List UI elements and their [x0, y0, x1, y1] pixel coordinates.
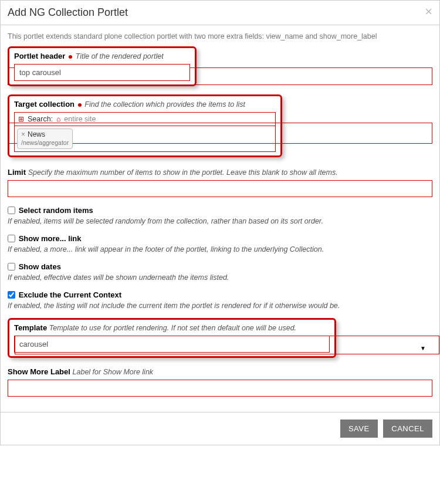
- exclude-context-help: If enabled, the listing will not include…: [8, 302, 432, 310]
- target-collection-search-row[interactable]: ⊞ Search: ⌂ entire site: [14, 112, 276, 126]
- cancel-button[interactable]: CANCEL: [383, 420, 432, 438]
- selected-collection-title: News: [28, 130, 45, 138]
- chevron-down-icon: ▼: [420, 345, 426, 351]
- search-scope: entire site: [64, 115, 96, 123]
- show-more-help: If enabled, a more... link will appear i…: [8, 245, 432, 253]
- show-more-checkbox[interactable]: [8, 235, 15, 242]
- limit-input[interactable]: [8, 180, 432, 197]
- highlight-target-collection: Target collection Find the collection wh…: [8, 94, 282, 157]
- limit-help: Specify the maximum number of items to s…: [28, 168, 338, 177]
- search-label: Search:: [28, 115, 53, 123]
- field-exclude-context: Exclude the Current Context If enabled, …: [8, 290, 432, 310]
- exclude-context-checkbox[interactable]: [8, 291, 15, 299]
- required-dot-icon: [69, 55, 72, 59]
- dialog-header: Add NG Collection Portlet ×: [1, 1, 439, 25]
- show-more-label-input[interactable]: [8, 380, 432, 397]
- portlet-header-help: Title of the rendered portlet: [76, 52, 164, 60]
- limit-label: Limit: [8, 168, 26, 177]
- target-collection-help: Find the collection which provides the i…: [84, 100, 245, 109]
- add-portlet-dialog: Add NG Collection Portlet × This portlet…: [0, 0, 440, 445]
- close-icon[interactable]: ×: [425, 5, 432, 18]
- show-dates-help: If enabled, effective dates will be show…: [8, 273, 432, 282]
- template-label: Template: [14, 323, 47, 332]
- selected-collection-path: /news/aggregator: [21, 139, 69, 146]
- template-select-bg: ▼: [15, 336, 439, 354]
- show-more-label-label: Show More Label: [8, 367, 70, 376]
- dialog-footer: SAVE CANCEL: [1, 412, 439, 445]
- exclude-context-label: Exclude the Current Context: [19, 290, 122, 299]
- random-checkbox[interactable]: [8, 207, 15, 214]
- remove-tag-icon[interactable]: ×: [21, 130, 25, 138]
- selected-collection-tag[interactable]: ×News /news/aggregator: [17, 128, 73, 149]
- show-more-label-help: Label for Show More link: [73, 368, 154, 376]
- required-dot-icon: [78, 103, 82, 107]
- field-portlet-header: Portlet header Title of the rendered por…: [8, 46, 432, 86]
- field-target-collection: Target collection Find the collection wh…: [8, 94, 432, 157]
- field-limit: Limit Specify the maximum number of item…: [8, 168, 432, 197]
- show-dates-checkbox[interactable]: [8, 263, 15, 270]
- field-template: Template Template to use for portlet ren…: [8, 318, 432, 354]
- field-show-more-label: Show More Label Label for Show More link: [8, 367, 432, 397]
- dialog-title: Add NG Collection Portlet: [8, 6, 128, 18]
- portlet-header-label: Portlet header: [14, 52, 65, 60]
- show-dates-label: Show dates: [19, 262, 61, 271]
- sitemap-icon: ⊞: [18, 115, 24, 123]
- random-label: Select random items: [19, 206, 93, 215]
- save-button[interactable]: SAVE: [340, 420, 378, 438]
- highlight-portlet-header: Portlet header Title of the rendered por…: [8, 46, 197, 86]
- target-collection-label: Target collection: [14, 100, 75, 109]
- field-random: Select random items If enabled, items wi…: [8, 205, 432, 225]
- portlet-header-input[interactable]: [14, 64, 190, 81]
- target-collection-selected: ×News /news/aggregator: [14, 126, 276, 152]
- home-icon[interactable]: ⌂: [56, 115, 60, 123]
- dialog-intro: This portlet extends standard plone coll…: [8, 32, 432, 40]
- dialog-body: This portlet extends standard plone coll…: [1, 25, 439, 412]
- template-help: Template to use for portlet rendering. I…: [49, 324, 296, 332]
- random-help: If enabled, items will be selected rando…: [8, 217, 432, 225]
- field-show-dates: Show dates If enabled, effective dates w…: [8, 262, 432, 282]
- field-show-more: Show more... link If enabled, a more... …: [8, 234, 432, 253]
- show-more-label: Show more... link: [19, 234, 82, 243]
